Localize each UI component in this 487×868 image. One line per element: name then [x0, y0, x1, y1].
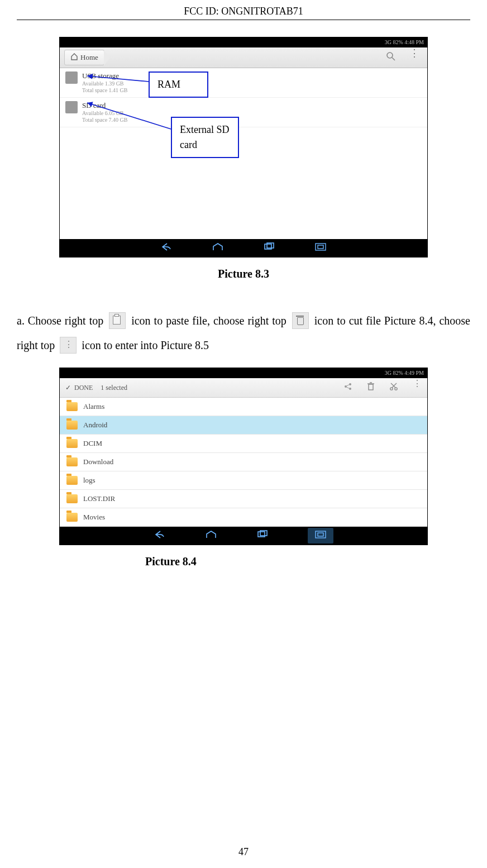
selected-count: 1 selected [101, 384, 127, 392]
figure-1-caption: Picture 8.3 [17, 268, 470, 280]
svg-rect-13 [369, 384, 373, 390]
p1d: icon to enter into Picture 8.5 [82, 339, 209, 351]
nav-recents-icon[interactable] [256, 530, 269, 541]
svg-rect-4 [316, 244, 326, 250]
folder-icon [66, 476, 78, 485]
figure-2-caption: Picture 8.4 [145, 555, 470, 568]
folder-icon [66, 439, 78, 448]
svg-line-12 [347, 387, 350, 389]
folder-row[interactable]: Alarms [60, 398, 427, 416]
p1a: a. Choose right top [17, 314, 107, 327]
folder-icon [66, 513, 78, 522]
folder-label: DCIM [83, 439, 102, 448]
selection-toolbar: ✓ DONE 1 selected ⋮ [60, 378, 427, 398]
overflow-menu-icon-2[interactable]: ⋮ [413, 382, 422, 393]
sd-card-total: Total space 7.40 GB [82, 117, 128, 123]
folder-label: Movies [83, 513, 105, 522]
folder-icon [66, 402, 78, 411]
callout-sd: External SD card [171, 117, 239, 158]
svg-rect-22 [316, 531, 326, 538]
sd-card-title: SD card [82, 101, 128, 110]
folder-row[interactable]: Download [60, 453, 427, 471]
folder-row[interactable]: Movies [60, 508, 427, 527]
cut-icon[interactable] [389, 382, 398, 393]
folder-label: logs [83, 476, 96, 485]
overflow-menu-icon[interactable]: ⋮ [409, 51, 419, 64]
share-icon[interactable] [343, 382, 352, 393]
overflow-icon-inline: ⋮ [60, 337, 77, 354]
page-number: 47 [0, 846, 487, 858]
blank-area [60, 127, 427, 239]
folder-label: Alarms [83, 402, 104, 411]
svg-rect-5 [318, 245, 323, 249]
search-icon[interactable] [386, 51, 396, 64]
delete-icon[interactable] [367, 382, 375, 393]
usb-storage-row[interactable]: USB storage Available 1.39 GB Total spac… [60, 68, 427, 98]
nav-bar [60, 239, 427, 257]
svg-line-11 [347, 385, 350, 387]
sd-card-row[interactable]: SD card Available 6.05 GB Total space 7.… [60, 98, 427, 127]
status-bar: 3G 82% 4:48 PM [60, 37, 427, 47]
page-header: FCC ID: ONGNITROTAB71 [17, 6, 470, 20]
paste-icon [109, 312, 126, 329]
done-label: DONE [74, 384, 93, 392]
folder-row[interactable]: DCIM [60, 435, 427, 453]
body-paragraph: a. Choose right top icon to paste file, … [17, 308, 470, 357]
done-button[interactable]: ✓ DONE [65, 384, 93, 392]
usb-storage-icon [65, 71, 78, 84]
folder-icon [66, 457, 78, 466]
callout-ram: RAM [149, 71, 208, 98]
nav-recents-icon[interactable] [263, 242, 275, 254]
usb-storage-total: Total space 1.41 GB [82, 87, 128, 94]
nav-bar-2 [60, 527, 427, 545]
folder-label: Android [83, 421, 107, 430]
nav-home-icon[interactable] [212, 242, 224, 254]
sd-card-available: Available 6.05 GB [82, 110, 128, 117]
figure-2-wrap: 3G 82% 4:49 PM ✓ DONE 1 selected ⋮ Alarm… [59, 368, 428, 545]
screenshot-2: 3G 82% 4:49 PM ✓ DONE 1 selected ⋮ Alarm… [59, 368, 428, 545]
folder-icon [66, 494, 78, 503]
nav-home-icon[interactable] [205, 530, 217, 541]
p1b: icon to paste file, choose right top [131, 314, 290, 327]
folder-row[interactable]: LOST.DIR [60, 490, 427, 508]
folder-row[interactable]: logs [60, 471, 427, 490]
svg-point-10 [349, 388, 351, 390]
folder-label: Download [83, 457, 113, 466]
trash-icon [292, 312, 309, 329]
folder-icon [66, 421, 78, 430]
check-icon: ✓ [65, 384, 71, 392]
home-icon [70, 53, 78, 63]
nav-back-icon[interactable] [160, 242, 173, 254]
page: FCC ID: ONGNITROTAB71 3G 82% 4:48 PM Hom… [0, 0, 487, 868]
sd-card-icon [65, 101, 78, 113]
usb-storage-available: Available 1.39 GB [82, 80, 128, 87]
home-label: Home [80, 53, 98, 62]
svg-rect-23 [318, 533, 323, 536]
svg-point-0 [387, 53, 393, 58]
svg-point-16 [390, 388, 393, 390]
svg-point-17 [395, 388, 397, 390]
home-button[interactable]: Home [64, 50, 104, 65]
nav-screenshot-icon[interactable] [308, 528, 333, 543]
nav-screenshot-icon[interactable] [314, 242, 327, 254]
folder-label: LOST.DIR [83, 494, 115, 503]
folder-list: AlarmsAndroidDCIMDownloadlogsLOST.DIRMov… [60, 398, 427, 527]
svg-point-9 [349, 383, 351, 385]
usb-storage-title: USB storage [82, 71, 128, 80]
figure-1-wrap: 3G 82% 4:48 PM Home ⋮ U [59, 37, 428, 257]
nav-back-icon[interactable] [154, 530, 166, 541]
toolbar: Home ⋮ [60, 47, 427, 68]
svg-line-1 [392, 58, 395, 60]
folder-row[interactable]: Android [60, 416, 427, 435]
screenshot-1: 3G 82% 4:48 PM Home ⋮ U [59, 37, 428, 257]
status-bar-2: 3G 82% 4:49 PM [60, 368, 427, 378]
